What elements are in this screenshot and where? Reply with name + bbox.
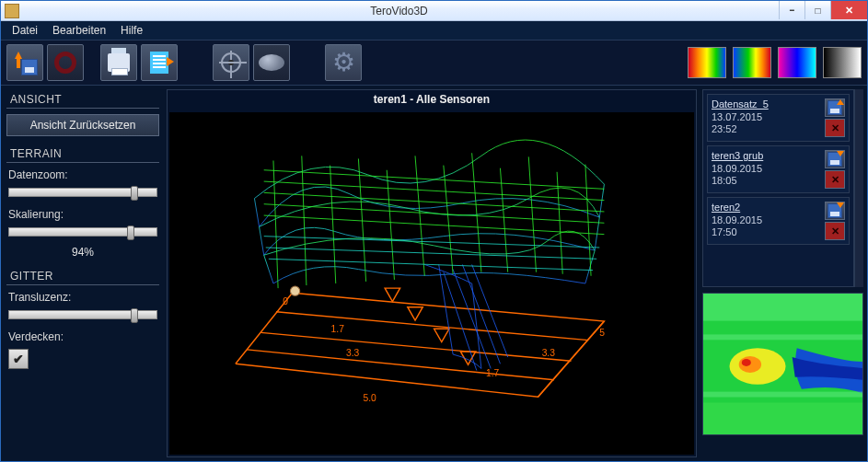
datenzoom-slider[interactable] — [8, 188, 157, 197]
dataset-save-button[interactable] — [825, 98, 845, 117]
dataset-name: Datensatz_5 — [712, 98, 821, 110]
printer-icon — [108, 53, 130, 72]
svg-rect-11 — [703, 294, 862, 321]
save-up-button[interactable] — [6, 44, 43, 81]
left-sidebar: ANSICHT Ansicht Zurücksetzen TERRAIN Dat… — [5, 89, 161, 457]
dataset-save-button[interactable] — [825, 202, 845, 220]
minimize-button[interactable] — [779, 1, 804, 19]
ansicht-section-label: ANSICHT — [6, 91, 159, 109]
dataset-list: Datensatz_5 13.07.201523:52 ✕ teren3 gru… — [702, 89, 854, 287]
dataset-item[interactable]: teren2 18.09.201517:50 ✕ — [707, 197, 850, 245]
svg-line-4 — [247, 350, 554, 380]
svg-rect-17 — [703, 392, 862, 398]
export-doc-button[interactable] — [141, 44, 178, 81]
terrain-3d-plot: 1.7 3.3 5.0 1.7 3.3 5 0 — [169, 112, 694, 455]
record-button[interactable] — [47, 44, 84, 81]
dataset-item[interactable]: teren3 grub 18.09.201518:05 ✕ — [707, 145, 850, 193]
menu-edit[interactable]: Bearbeiten — [45, 22, 113, 39]
dataset-name: teren3 grub — [712, 150, 821, 161]
svg-line-3 — [261, 332, 572, 361]
dataset-date: 13.07.201523:52 — [712, 111, 821, 135]
svg-marker-5 — [385, 288, 399, 301]
grid-tick-x2: 3.3 — [346, 348, 360, 358]
transluzenz-label: Transluzenz: — [6, 291, 159, 304]
save-up-icon — [12, 50, 38, 75]
toolbar: ⚙ — [1, 40, 867, 86]
disk-icon — [827, 100, 842, 115]
dataset-delete-button[interactable]: ✕ — [825, 119, 845, 137]
dataset-scrollbar[interactable] — [854, 89, 863, 287]
svg-marker-7 — [434, 329, 449, 341]
app-window: TeroVido3D Datei Bearbeiten Hilfe ⚙ — [0, 0, 868, 462]
verdecken-label: Verdecken: — [6, 330, 159, 343]
dataset-save-button[interactable] — [825, 150, 845, 168]
colormap-rainbow[interactable] — [688, 47, 726, 78]
grid-tick-y3: 5 — [599, 329, 605, 339]
close-button[interactable] — [830, 1, 867, 19]
app-icon — [5, 4, 19, 18]
svg-marker-6 — [408, 307, 422, 320]
terrain-section-label: TERRAIN — [6, 145, 159, 163]
settings-button[interactable]: ⚙ — [325, 44, 362, 81]
svg-point-15 — [742, 359, 751, 366]
svg-rect-12 — [703, 402, 862, 434]
dataset-date: 18.09.201517:50 — [712, 214, 821, 238]
gitter-section-label: GITTER — [6, 268, 159, 285]
dataset-date: 18.09.201518:05 — [712, 163, 821, 187]
grid-tick-x1: 1.7 — [331, 324, 345, 334]
content-area: ANSICHT Ansicht Zurücksetzen TERRAIN Dat… — [1, 86, 867, 461]
grid-origin-label: 0 — [283, 296, 288, 306]
view-canvas[interactable]: 1.7 3.3 5.0 1.7 3.3 5 0 — [169, 112, 694, 455]
datenzoom-label: Datenzoom: — [6, 168, 159, 181]
grid-tick-y1: 1.7 — [486, 368, 500, 378]
verdecken-checkbox[interactable] — [8, 349, 29, 369]
heatmap-preview[interactable] — [702, 293, 863, 435]
globe-icon — [259, 54, 284, 71]
grid-tick-y2: 3.3 — [542, 348, 556, 358]
colormap-gray[interactable] — [823, 47, 862, 78]
menubar: Datei Bearbeiten Hilfe — [1, 21, 867, 40]
record-icon — [54, 52, 76, 74]
dataset-name: teren2 — [712, 202, 821, 213]
colormap-cool[interactable] — [778, 47, 816, 78]
skalierung-slider[interactable] — [8, 227, 157, 237]
reset-view-button[interactable]: Ansicht Zurücksetzen — [6, 114, 159, 136]
gear-icon: ⚙ — [332, 50, 355, 75]
svg-rect-16 — [703, 334, 862, 340]
window-title: TeroVido3D — [19, 5, 779, 17]
skalierung-label: Skalierung: — [6, 208, 159, 221]
main-3d-view: teren1 - Alle Sensoren — [167, 89, 697, 457]
disk-icon — [827, 152, 842, 167]
grid-tick-x3: 5.0 — [364, 393, 377, 403]
heatmap-icon — [703, 294, 862, 434]
maximize-button[interactable] — [804, 1, 830, 19]
menu-help[interactable]: Hilfe — [113, 22, 150, 39]
menu-file[interactable]: Datei — [5, 22, 45, 39]
dataset-delete-button[interactable]: ✕ — [825, 170, 845, 189]
colormap-rainbow-rev[interactable] — [733, 47, 771, 78]
transluzenz-slider[interactable] — [8, 310, 157, 319]
print-button[interactable] — [100, 44, 137, 81]
dataset-delete-button[interactable]: ✕ — [825, 222, 845, 240]
globe-button[interactable] — [253, 44, 290, 81]
view-title: teren1 - Alle Sensoren — [168, 90, 696, 110]
disk-icon — [827, 203, 842, 218]
right-panel: Datensatz_5 13.07.201523:52 ✕ teren3 gru… — [702, 89, 863, 457]
app-body: Datei Bearbeiten Hilfe ⚙ ANSICHT Ansic — [1, 21, 867, 461]
target-button[interactable] — [213, 44, 249, 81]
crosshair-icon — [221, 52, 241, 73]
document-icon — [150, 52, 168, 74]
svg-point-9 — [290, 286, 299, 295]
skalierung-value: 94% — [6, 246, 159, 259]
window-controls — [779, 1, 867, 20]
titlebar[interactable]: TeroVido3D — [1, 1, 867, 21]
dataset-item[interactable]: Datensatz_5 13.07.201523:52 ✕ — [707, 94, 850, 142]
